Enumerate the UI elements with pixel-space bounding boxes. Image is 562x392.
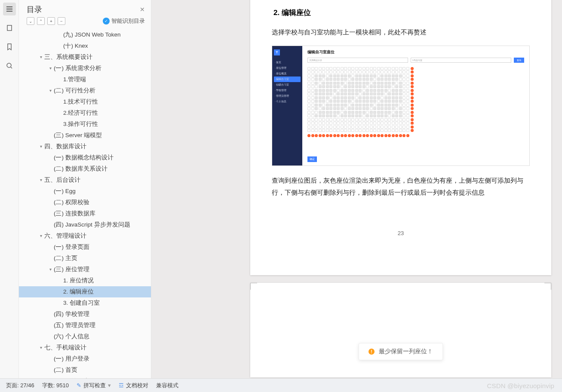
expand-all-icon[interactable]: ⌄ xyxy=(27,17,34,25)
toc-item[interactable]: ▸(一) 数据概念结构设计 xyxy=(19,152,151,163)
collapse-all-icon[interactable]: ⌃ xyxy=(37,17,45,25)
toc-item[interactable]: ▸(二) 主页 xyxy=(19,253,151,264)
outline-icon[interactable] xyxy=(3,3,16,15)
paragraph: 查询到座位图后，灰色座位渲染出来即为无座，白色座位为有座，上侧与左侧可添加列与行… xyxy=(272,175,525,199)
smart-detect-label: 智能识别目录 xyxy=(111,17,145,25)
shot-seat-grid: ----------------------------------------… xyxy=(307,67,524,137)
toc-item[interactable]: ▾六、管理端设计 xyxy=(19,230,151,242)
shot-nav-item: · 首页 xyxy=(274,60,301,65)
search-icon[interactable] xyxy=(3,59,16,72)
bookmark-icon[interactable] xyxy=(3,40,16,53)
toast-message: ! 最少保留一列座位！ xyxy=(359,343,443,360)
shot-query-button: 查询 xyxy=(514,58,524,63)
toc-list[interactable]: ▸(九) JSON Web Token▸(十) Knex▾三、系统概要设计▾(一… xyxy=(19,28,151,378)
toc-item[interactable]: ▸(十) Knex xyxy=(19,40,151,52)
toc-item[interactable]: ▸(三) 连接数据库 xyxy=(19,208,151,219)
toc-item[interactable]: ▸(二) 首页 xyxy=(19,364,151,376)
toc-item[interactable]: ▾(一) 系统需求分析 xyxy=(19,63,151,74)
shot-nav-item: · 个人信息 xyxy=(274,99,301,104)
toc-item[interactable]: ▸(一) Egg xyxy=(19,186,151,197)
toc-item[interactable]: ▸(三) Server 端模型 xyxy=(19,130,151,141)
shot-filter-school: 天津商业大学 xyxy=(307,58,408,63)
paragraph: 选择学校与自习室功能与上一模块相同，此处不再赘述 xyxy=(272,26,525,39)
toc-item[interactable]: ▸(二) 权限校验 xyxy=(19,197,151,208)
toc-panel: 目录 ✕ ⌄ ⌃ + − ✓ 智能识别目录 ▸(九) JSON Web Toke… xyxy=(19,0,151,378)
svg-rect-0 xyxy=(6,6,12,7)
toc-item[interactable]: ▸3.操作可行性 xyxy=(19,119,151,130)
toc-item[interactable]: ▸(六) 个人信息 xyxy=(19,331,151,342)
document-area[interactable]: 2. 编辑座位 选择学校与自习室功能与上一模块相同，此处不再赘述 T · 首页·… xyxy=(151,0,562,378)
toc-item[interactable]: ▸1.技术可行性 xyxy=(19,96,151,107)
toc-item[interactable]: ▾五、后台设计 xyxy=(19,175,151,186)
shot-filter-room: 1号自习室 xyxy=(411,58,511,63)
section-heading: 2. 编辑座位 xyxy=(273,8,525,18)
svg-rect-2 xyxy=(6,11,12,12)
svg-rect-3 xyxy=(7,25,12,31)
add-level-icon[interactable]: + xyxy=(47,17,55,25)
toc-item[interactable]: ▸1.管理端 xyxy=(19,74,151,85)
smart-detect-button[interactable]: ✓ 智能识别目录 xyxy=(103,17,145,25)
warning-icon: ! xyxy=(369,349,375,355)
page-icon[interactable] xyxy=(3,21,16,34)
shot-nav-item: · 编辑自习室 xyxy=(274,77,301,82)
toc-item[interactable]: ▸(五) 管理员管理 xyxy=(19,320,151,331)
embedded-screenshot: T · 首页· 座位管理· 座位概况· 编辑自习室· 创建自习室· 学校管理· … xyxy=(272,46,530,166)
shot-main: 编辑自习室座位 天津商业大学 1号自习室 查询 ----------------… xyxy=(302,46,529,165)
smart-badge-icon: ✓ xyxy=(103,18,110,24)
toc-item[interactable]: ▾四、数据库设计 xyxy=(19,141,151,152)
status-proofread[interactable]: ☲文档校对 xyxy=(119,382,148,389)
toc-item[interactable]: ▸(四) 学校管理 xyxy=(19,309,151,320)
toc-item[interactable]: ▸2. 编辑座位 xyxy=(19,286,151,297)
shot-nav-item: · 创建自习室 xyxy=(274,82,301,88)
svg-line-5 xyxy=(11,67,12,68)
shot-nav-item: · 学校管理 xyxy=(274,88,301,93)
toc-item[interactable]: ▾(三) 座位管理 xyxy=(19,264,151,275)
close-icon[interactable]: ✕ xyxy=(140,6,145,13)
toc-item[interactable]: ▸1. 座位情况 xyxy=(19,275,151,286)
toc-item[interactable]: ▸3. 创建自习室 xyxy=(19,297,151,309)
shot-title: 编辑自习室座位 xyxy=(307,49,524,55)
toc-item[interactable]: ▸(二) 数据库关系设计 xyxy=(19,163,151,175)
status-bar: 页面: 27/46 字数: 9510 ✎拼写检查▾ ☲文档校对 兼容模式 xyxy=(0,378,562,392)
toc-title: 目录 xyxy=(27,4,140,15)
page-number: 23 xyxy=(250,230,551,236)
status-spellcheck[interactable]: ✎拼写检查▾ xyxy=(77,382,111,389)
svg-rect-1 xyxy=(6,9,12,9)
document-page-next: ! 最少保留一列座位！ xyxy=(250,283,551,377)
toc-item[interactable]: ▸(一) 用户登录 xyxy=(19,353,151,364)
shot-sidebar: T · 首页· 座位管理· 座位概况· 编辑自习室· 创建自习室· 学校管理· … xyxy=(272,46,302,165)
shot-nav-item: · 管理员管理 xyxy=(274,93,301,99)
shot-logo: T xyxy=(274,49,280,55)
remove-level-icon[interactable]: − xyxy=(58,17,65,25)
toc-item[interactable]: ▸(九) JSON Web Token xyxy=(19,29,151,40)
toc-item[interactable]: ▸(一) 登录页面 xyxy=(19,242,151,253)
shot-nav-item: · 座位概况 xyxy=(274,71,301,77)
status-compat-mode[interactable]: 兼容模式 xyxy=(156,382,178,389)
status-page[interactable]: 页面: 27/46 xyxy=(6,382,34,389)
toc-item[interactable]: ▸2.经济可行性 xyxy=(19,107,151,119)
toast-text: 最少保留一列座位！ xyxy=(379,348,433,355)
shot-nav-item: · 座位管理 xyxy=(274,65,301,71)
toc-item[interactable]: ▸(四) JavaScript 异步并发问题 xyxy=(19,219,151,230)
toc-item[interactable]: ▾(二) 可行性分析 xyxy=(19,85,151,96)
svg-point-4 xyxy=(7,63,11,67)
toc-item[interactable]: ▾七、手机端设计 xyxy=(19,342,151,353)
document-page: 2. 编辑座位 选择学校与自习室功能与上一模块相同，此处不再赘述 T · 首页·… xyxy=(250,0,551,275)
status-word-count[interactable]: 字数: 9510 xyxy=(42,382,69,389)
shot-confirm-button: 确定 xyxy=(307,156,317,162)
toc-item[interactable]: ▾三、系统概要设计 xyxy=(19,52,151,63)
left-tool-rail xyxy=(0,0,19,378)
